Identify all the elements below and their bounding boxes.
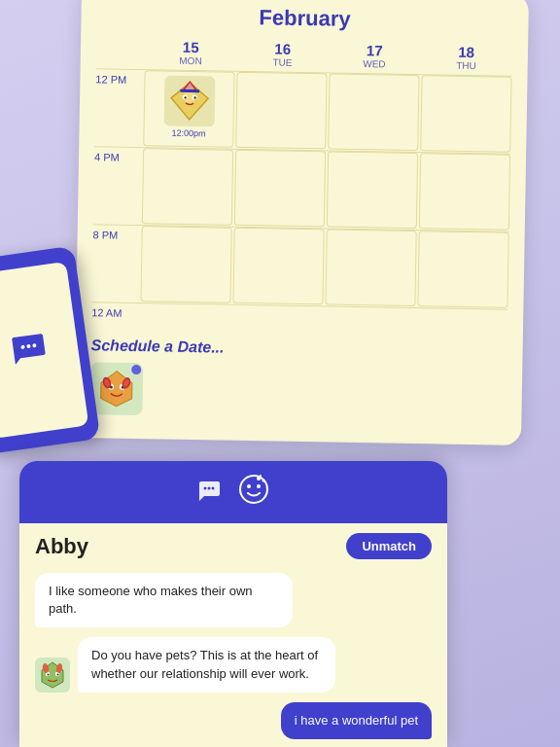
svg-point-40: [212, 486, 215, 489]
schedule-avatars: [89, 362, 507, 421]
message-bubble-3: i have a wonderful pet: [281, 702, 432, 739]
day-header-mon: 15 MON: [145, 38, 237, 71]
time-row-12pm: 12 PM: [94, 68, 511, 153]
calendar-month: February: [96, 2, 512, 34]
time-row-8pm: 8 PM: [91, 224, 508, 308]
svg-point-51: [57, 673, 59, 675]
message-row-1: I like someone who makes their own path.: [35, 573, 432, 627]
day-cell-thu-4pm[interactable]: [419, 153, 510, 231]
online-dot: [131, 365, 141, 374]
svg-point-42: [247, 484, 251, 488]
day-cell-mon-4pm[interactable]: [142, 148, 233, 226]
svg-point-39: [208, 486, 211, 489]
time-label-12pm: 12 PM: [95, 69, 144, 86]
svg-point-43: [257, 484, 261, 488]
time-label-12am: 12 AM: [91, 302, 140, 319]
chat-name-row: Abby Unmatch: [19, 523, 447, 565]
chat-header: [19, 461, 447, 523]
day-cell-tue-8pm[interactable]: [232, 228, 324, 305]
calendar-grid: 12 PM: [91, 68, 511, 328]
schedule-section: Schedule a Date...: [89, 329, 508, 429]
chat-user-name: Abby: [35, 534, 88, 559]
phone-screen-icon: [7, 325, 52, 375]
svg-marker-26: [101, 371, 133, 407]
day-cell-mon-8pm[interactable]: [140, 226, 231, 303]
svg-point-45: [262, 480, 265, 482]
phone-screen: [0, 262, 88, 439]
message-avatar-2: [35, 658, 70, 693]
time-row-4pm: 4 PM: [93, 146, 510, 231]
message-bubble-1: I like someone who makes their own path.: [35, 573, 293, 627]
day-cell-wed-12pm[interactable]: [328, 73, 419, 151]
calendar-card: February 15 MON 16 TUE 17 WED 18 THU 12 …: [74, 0, 529, 445]
event-bubble: 12:00pm: [148, 75, 229, 138]
svg-point-46: [260, 475, 262, 477]
unmatch-button[interactable]: Unmatch: [346, 533, 432, 559]
chat-messages: I like someone who makes their own path.…: [19, 565, 447, 747]
day-cell-wed-8pm[interactable]: [325, 229, 416, 306]
message-row-2: Do you have pets? This is at the heart o…: [35, 637, 432, 692]
chat-panel: Abby Unmatch I like someone who makes th…: [19, 461, 447, 747]
svg-point-38: [204, 486, 207, 489]
day-cells-8pm: [140, 226, 508, 308]
time-label-4pm: 4 PM: [94, 147, 143, 163]
day-cells-12pm: 12:00pm: [143, 70, 511, 153]
schedule-avatar-1[interactable]: [89, 362, 143, 415]
chat-header-left-icon: [196, 478, 222, 508]
day-cell-wed-4pm[interactable]: [327, 151, 418, 229]
time-label-8pm: 8 PM: [93, 225, 142, 241]
chat-header-smiley-icon[interactable]: [237, 473, 270, 512]
day-header-wed: 17 WED: [329, 41, 421, 74]
day-cell-tue-4pm[interactable]: [234, 150, 326, 228]
day-header-tue: 16 TUE: [236, 40, 329, 73]
day-cells-4pm: [142, 148, 510, 231]
day-cell-thu-8pm[interactable]: [417, 231, 508, 308]
day-cell-mon-12pm[interactable]: 12:00pm: [143, 70, 234, 148]
day-cell-thu-12pm[interactable]: [420, 75, 511, 153]
svg-point-44: [257, 477, 261, 480]
message-bubble-2: Do you have pets? This is at the heart o…: [78, 637, 335, 692]
day-header-thu: 18 THU: [420, 43, 512, 76]
event-avatar: [163, 76, 215, 127]
schedule-label: Schedule a Date...: [90, 337, 507, 361]
day-cell-tue-12pm[interactable]: [235, 72, 327, 150]
event-time: 12:00pm: [171, 128, 205, 139]
svg-rect-24: [180, 89, 199, 92]
message-row-3: i have a wonderful pet: [35, 702, 432, 739]
svg-point-50: [48, 673, 50, 675]
